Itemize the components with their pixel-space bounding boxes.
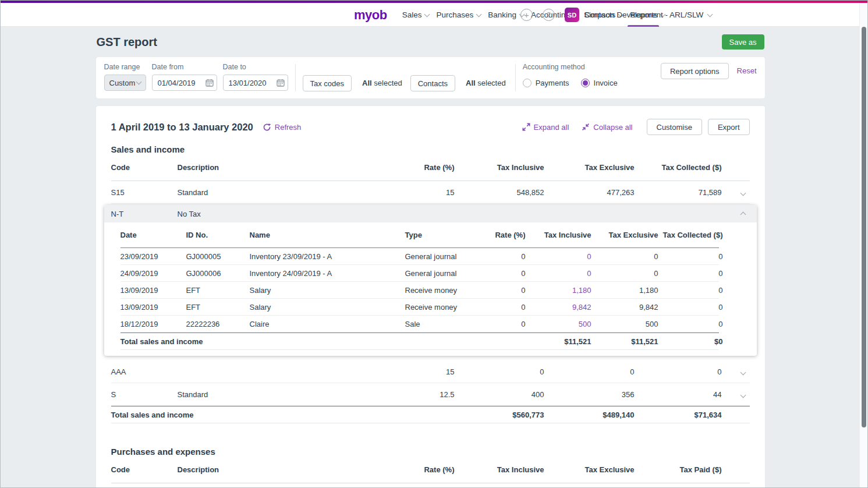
purchases-section-title: Purchases and expenses (111, 447, 750, 457)
contacts-button[interactable]: Contacts (410, 75, 455, 91)
chevron-down-icon (740, 392, 746, 398)
row-code: S15 (111, 188, 178, 197)
reset-link[interactable]: Reset (737, 63, 757, 79)
expand-all-link[interactable]: Expand all (522, 123, 569, 132)
detail-row: 13/09/2019EFTSalaryReceive money09,8429,… (121, 299, 719, 316)
tax-codes-button[interactable]: Tax codes (303, 75, 352, 91)
column-header: Tax Exclusive (544, 465, 635, 474)
row-tax-amount: 44 (635, 390, 722, 399)
calendar-icon[interactable] (206, 79, 214, 87)
date-range-select[interactable]: Custom (104, 75, 146, 91)
date-from-label: Date from (152, 63, 217, 71)
detail-tax-exclusive: 0 (591, 269, 658, 278)
detail-tax-exclusive: 1,180 (591, 286, 658, 295)
row-tax-exclusive: 0 (544, 367, 635, 376)
expand-row-button[interactable] (741, 188, 750, 197)
detail-row: 23/09/2019GJ000005Inventory 23/09/2019 -… (121, 248, 719, 265)
radio-unselected-icon (523, 79, 532, 87)
detail-type: General journal (405, 269, 459, 278)
table-row: S15Standard15126,831110,28816,543 (111, 483, 750, 488)
create-new-icon[interactable]: + (520, 9, 533, 21)
sales-table-header: CodeDescriptionRate (%)Tax InclusiveTax … (111, 154, 750, 181)
refresh-link[interactable]: Refresh (263, 123, 302, 132)
row-tax-amount: 0 (635, 367, 722, 376)
detail-rate: 0 (459, 320, 526, 328)
save-as-button[interactable]: Save as (722, 34, 764, 49)
nav-item-sales[interactable]: Sales (399, 3, 433, 27)
detail-tax-inclusive-link[interactable]: 500 (526, 320, 591, 328)
radio-invoice[interactable]: Invoice (581, 79, 618, 87)
business-menu[interactable]: SD Simpson Development - ARL/SLW (565, 8, 712, 22)
detail-id: 22222236 (186, 320, 250, 328)
column-header: Rate (%) (459, 231, 526, 239)
refresh-icon (263, 123, 271, 132)
row-tax-inclusive: 0 (455, 367, 544, 376)
detail-tax-inclusive-link[interactable]: 0 (526, 269, 591, 278)
detail-type: General journal (405, 252, 459, 261)
nav-item-label: Purchases (436, 10, 473, 19)
export-button[interactable]: Export (708, 119, 750, 135)
report-card: 1 April 2019 to 13 January 2020 Refresh … (95, 105, 766, 488)
page-title: GST report (97, 36, 157, 49)
detail-date: 13/09/2019 (121, 303, 186, 312)
expanded-row-header[interactable]: N-T No Tax (104, 205, 757, 222)
purchases-table-header: CodeDescriptionRate (%)Tax InclusiveTax … (111, 457, 750, 483)
myob-logo[interactable]: myob (354, 8, 387, 23)
chevron-down-icon (740, 369, 746, 375)
column-header: Tax Exclusive (544, 163, 635, 172)
detail-tax-inclusive-link[interactable]: 9,842 (526, 303, 591, 312)
scrollbar-track[interactable] (859, 3, 867, 487)
collapse-all-link[interactable]: Collapse all (582, 123, 632, 132)
row-tax-inclusive: 548,852 (455, 188, 544, 197)
detail-tax-collected: 0 (658, 252, 723, 261)
total-tax-inclusive: $560,773 (455, 411, 544, 419)
detail-tax-inclusive-link[interactable]: 1,180 (526, 286, 591, 295)
detail-tax-inclusive-link[interactable]: 0 (526, 252, 591, 261)
customise-button[interactable]: Customise (647, 119, 702, 135)
expand-row-button[interactable] (741, 390, 750, 399)
detail-id: GJ000006 (186, 269, 250, 278)
date-to-label: Date to (223, 63, 288, 71)
row-rate: 12.5 (362, 390, 455, 399)
detail-name: Inventory 23/09/2019 - A (250, 252, 405, 261)
row-tax-amount: 71,589 (635, 188, 722, 197)
report-options-button[interactable]: Report options (661, 63, 729, 79)
detail-name: Salary (250, 303, 405, 312)
row-rate: 15 (362, 367, 455, 376)
chevron-up-icon (740, 211, 746, 217)
help-icon[interactable]: ? (543, 9, 555, 21)
column-header: ID No. (186, 231, 250, 239)
column-header: Rate (%) (362, 465, 455, 474)
chevron-down-icon (740, 190, 746, 196)
detail-tax-collected: 0 (658, 303, 723, 312)
row-description: Standard (178, 390, 362, 399)
scrollbar-thumb[interactable] (862, 27, 866, 427)
detail-name: Claire (250, 320, 405, 328)
detail-row: 13/09/2019EFTSalaryReceive money01,1801,… (121, 282, 719, 299)
detail-id: EFT (186, 303, 250, 312)
column-header: Rate (%) (362, 163, 455, 172)
expand-all-icon (522, 123, 530, 131)
nav-item-purchases[interactable]: Purchases (433, 3, 484, 27)
table-row: AAA15000 (111, 360, 750, 383)
expand-row-button[interactable] (741, 367, 750, 376)
expanded-row-card: N-T No Tax DateID No.NameTypeRate (%)Tax… (104, 205, 757, 356)
radio-selected-icon (581, 79, 590, 87)
tax-codes-selection: All selected (362, 75, 402, 91)
detail-table-header: DateID No.NameTypeRate (%)Tax InclusiveT… (121, 222, 719, 248)
radio-payments[interactable]: Payments (523, 79, 569, 87)
collapse-row-button[interactable] (741, 210, 750, 218)
nav-item-label: Banking (488, 10, 516, 19)
detail-tax-exclusive: 9,842 (591, 303, 658, 312)
detail-row: 24/09/2019GJ000006Inventory 24/09/2019 -… (121, 265, 719, 282)
detail-tax-collected: 0 (658, 286, 723, 295)
detail-id: GJ000005 (186, 252, 250, 261)
column-header: Tax Paid ($) (635, 465, 722, 474)
column-header: Name (250, 231, 405, 239)
column-header: Tax Exclusive (591, 231, 658, 239)
column-header: Description (178, 163, 362, 172)
contacts-selection: All selected (466, 75, 506, 91)
total-tax-collected: $0 (658, 337, 723, 346)
calendar-icon[interactable] (277, 79, 285, 87)
detail-date: 24/09/2019 (121, 269, 186, 278)
